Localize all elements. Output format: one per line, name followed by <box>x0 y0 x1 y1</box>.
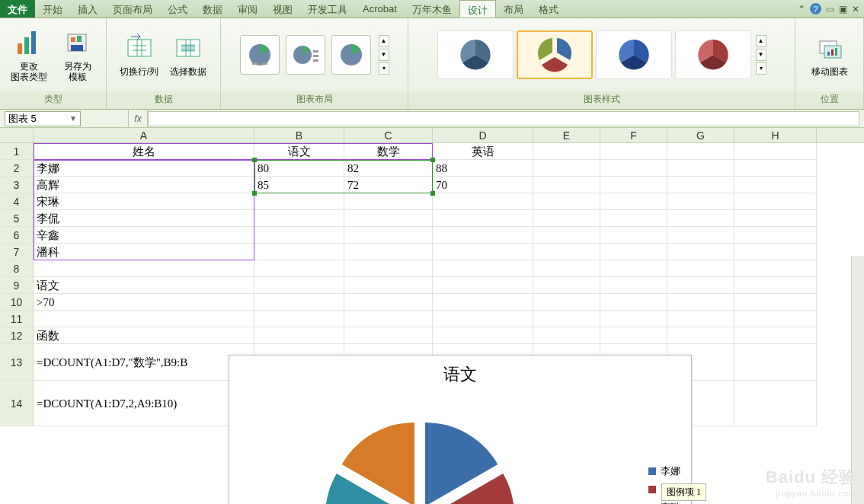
cell-B9[interactable] <box>254 277 344 294</box>
cell-G2[interactable] <box>667 160 734 177</box>
cell-A7[interactable]: 潘科 <box>34 244 254 260</box>
cell-D2[interactable]: 88 <box>433 160 533 177</box>
cell-B4[interactable] <box>254 193 344 210</box>
row-header-14[interactable]: 14 <box>0 381 34 426</box>
cell-D8[interactable] <box>433 260 533 277</box>
row-header-6[interactable]: 6 <box>0 227 34 244</box>
cell-E8[interactable] <box>533 260 600 277</box>
menu-tab-data[interactable]: 数据 <box>195 0 230 18</box>
chart-style-option-1[interactable] <box>437 30 514 79</box>
style-scroll-down[interactable]: ▼ <box>756 49 766 61</box>
window-close-icon[interactable]: ✕ <box>852 4 859 14</box>
cell-G1[interactable] <box>667 143 734 160</box>
cell-G11[interactable] <box>667 311 734 327</box>
menu-tab-plugin[interactable]: 万年木鱼 <box>405 0 459 18</box>
layout-scroll-down[interactable]: ▼ <box>379 49 389 61</box>
formula-input[interactable] <box>148 111 859 126</box>
menu-tab-format[interactable]: 格式 <box>531 0 566 18</box>
select-all-corner[interactable] <box>0 128 34 142</box>
cell-B11[interactable] <box>254 311 344 327</box>
cell-E5[interactable] <box>533 210 600 227</box>
cell-F11[interactable] <box>600 311 667 327</box>
cell-H13[interactable] <box>734 344 817 381</box>
cell-E2[interactable] <box>533 160 600 177</box>
cell-G12[interactable] <box>667 327 734 344</box>
cell-G3[interactable] <box>667 177 734 193</box>
row-header-10[interactable]: 10 <box>0 294 34 311</box>
menu-tab-insert[interactable]: 插入 <box>70 0 105 18</box>
layout-gallery-expand[interactable]: ▾ <box>379 62 389 75</box>
cell-C7[interactable] <box>344 244 433 260</box>
chart-style-option-3[interactable] <box>596 30 672 79</box>
cell-E6[interactable] <box>533 227 600 244</box>
col-header-B[interactable]: B <box>254 128 344 142</box>
cell-H7[interactable] <box>734 244 817 260</box>
row-header-8[interactable]: 8 <box>0 260 34 277</box>
row-header-12[interactable]: 12 <box>0 327 34 344</box>
cell-A14[interactable]: =DCOUNT(A1:D7,2,A9:B10) <box>34 381 254 426</box>
change-chart-type-button[interactable]: 更改图表类型 <box>8 27 50 82</box>
cell-B12[interactable] <box>254 327 344 344</box>
cell-A6[interactable]: 辛鑫 <box>34 227 254 244</box>
layout-scroll-up[interactable]: ▲ <box>379 35 389 47</box>
menu-tab-review[interactable]: 审阅 <box>230 0 265 18</box>
menu-tab-dev[interactable]: 开发工具 <box>300 0 355 18</box>
cell-H12[interactable] <box>734 327 817 344</box>
cell-H11[interactable] <box>734 311 817 327</box>
cell-E11[interactable] <box>533 311 600 327</box>
cell-C11[interactable] <box>344 311 433 327</box>
cell-F10[interactable] <box>600 294 667 311</box>
legend-item-0[interactable]: 李娜 <box>648 462 680 480</box>
cell-A5[interactable]: 李侃 <box>34 210 254 227</box>
cell-E3[interactable] <box>533 177 600 193</box>
cell-B3[interactable]: 85 <box>254 177 344 193</box>
select-data-button[interactable]: 选择数据 <box>167 33 210 77</box>
cell-F12[interactable] <box>600 327 667 344</box>
cell-E1[interactable] <box>533 143 600 160</box>
cell-A1[interactable]: 姓名 <box>34 143 254 160</box>
cell-C10[interactable] <box>344 294 433 311</box>
cell-C1[interactable]: 数学 <box>344 143 433 160</box>
cell-B8[interactable] <box>254 260 344 277</box>
cell-F9[interactable] <box>600 277 667 294</box>
cell-C2[interactable]: 82 <box>344 160 433 177</box>
col-header-F[interactable]: F <box>600 128 667 142</box>
fx-icon[interactable]: fx <box>128 110 148 127</box>
cell-E9[interactable] <box>533 277 600 294</box>
cell-D4[interactable] <box>433 193 533 210</box>
cell-E7[interactable] <box>533 244 600 260</box>
cell-D3[interactable]: 70 <box>433 177 533 193</box>
col-header-A[interactable]: A <box>34 128 254 142</box>
cell-F8[interactable] <box>600 260 667 277</box>
cell-A2[interactable]: 李娜 <box>34 160 254 177</box>
cell-G8[interactable] <box>667 260 734 277</box>
cell-B5[interactable] <box>254 210 344 227</box>
cell-B6[interactable] <box>254 227 344 244</box>
cell-H8[interactable] <box>734 260 817 277</box>
style-gallery-expand[interactable]: ▾ <box>756 62 766 75</box>
cell-H14[interactable] <box>734 381 817 426</box>
cell-B2[interactable]: 80 <box>254 160 344 177</box>
save-as-template-button[interactable]: 另存为模板 <box>56 27 99 82</box>
cell-D11[interactable] <box>433 311 533 327</box>
menu-tab-view[interactable]: 视图 <box>265 0 300 18</box>
cell-E4[interactable] <box>533 193 600 210</box>
cell-D7[interactable] <box>433 244 533 260</box>
switch-row-col-button[interactable]: 切换行/列 <box>118 33 161 77</box>
cell-C3[interactable]: 72 <box>344 177 433 193</box>
cell-B1[interactable]: 语文 <box>254 143 344 160</box>
menu-tab-design[interactable]: 设计 <box>459 0 496 18</box>
window-minimize-icon[interactable]: ▭ <box>826 4 834 14</box>
col-header-G[interactable]: G <box>667 128 734 142</box>
cell-D10[interactable] <box>433 294 533 311</box>
row-header-3[interactable]: 3 <box>0 177 34 193</box>
menu-file-tab[interactable]: 文件 <box>0 0 35 18</box>
cell-H2[interactable] <box>734 160 817 177</box>
cell-C9[interactable] <box>344 277 433 294</box>
cell-G5[interactable] <box>667 210 734 227</box>
col-header-D[interactable]: D <box>433 128 533 142</box>
cell-D9[interactable] <box>433 277 533 294</box>
cell-A10[interactable]: >70 <box>34 294 254 311</box>
cell-C12[interactable] <box>344 327 433 344</box>
cell-D1[interactable]: 英语 <box>433 143 533 160</box>
